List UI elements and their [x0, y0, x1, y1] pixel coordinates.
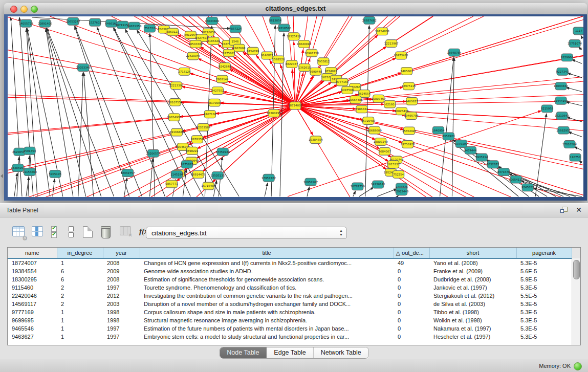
table-cell[interactable]: 1	[57, 308, 103, 316]
table-cell[interactable]: 1	[57, 258, 103, 267]
table-row[interactable]: 969969511998Structural magnetic resonanc…	[8, 316, 572, 324]
table-cell[interactable]: 1	[57, 316, 103, 324]
table-cell[interactable]: 22420046	[8, 292, 57, 300]
graph-node-15692951[interactable]: 15692951	[556, 126, 571, 134]
table-cell[interactable]: 1	[57, 333, 103, 341]
graph-node-9245652[interactable]: 9245652	[521, 184, 534, 191]
graph-node-9242848[interactable]: 9242848	[219, 63, 231, 71]
table-cell[interactable]: 5.3E-5	[516, 283, 572, 292]
column-header-title[interactable]: title	[140, 248, 394, 258]
table-cell[interactable]: Nakamura et al. (1997)	[429, 324, 516, 333]
table-cell[interactable]: Structural magnetic resonance image aver…	[140, 316, 394, 324]
table-cell[interactable]: 5.6E-5	[516, 267, 572, 275]
graph-node-3175685[interactable]: 3175685	[223, 49, 235, 57]
graph-node-1145194[interactable]: 1145194	[170, 171, 183, 179]
delete-icon[interactable]	[101, 226, 115, 239]
graph-node-1527602[interactable]: 1527602	[89, 18, 101, 26]
column-header-year[interactable]: year	[103, 248, 140, 258]
graph-node-9474444[interactable]: 9474444	[464, 146, 477, 154]
network-canvas[interactable]: 1872400718300295193845541405572420891406…	[8, 16, 583, 197]
table-cell[interactable]: 1998	[103, 308, 140, 316]
table-cell[interactable]: Wolkin et al. (1998)	[429, 316, 516, 324]
graph-node-2935114[interactable]: 2935114	[475, 154, 488, 161]
graph-node-17957222[interactable]: 17957222	[262, 174, 276, 182]
table-cell[interactable]: 6	[57, 267, 103, 275]
column-header-pagerank[interactable]: pagerank	[516, 248, 572, 258]
citation-graph[interactable]: 1872400718300295193845541405572420891406…	[8, 16, 583, 197]
graph-node-5905195[interactable]: 5905195	[49, 170, 61, 178]
graph-node-8822037[interactable]: 8822037	[286, 60, 298, 68]
graph-node-19218586[interactable]: 19218586	[277, 24, 291, 32]
table-cell[interactable]: Estimation of the future numbers of pati…	[140, 324, 394, 333]
graph-node-20053346[interactable]: 20053346	[76, 64, 91, 72]
graph-node-9329966[interactable]: 9329966	[561, 54, 574, 61]
table-cell[interactable]: 0	[394, 316, 429, 324]
graph-node-1362615[interactable]: 1362615	[298, 64, 311, 72]
graph-node-9498222[interactable]: 9498222	[186, 147, 198, 155]
graph-node-10654112[interactable]: 10654112	[509, 176, 523, 183]
graph-node-12353584[interactable]: 12353584	[196, 123, 210, 131]
graph-node-3684067[interactable]: 3684067	[378, 147, 390, 155]
graph-node-62160[interactable]: 62160	[384, 100, 396, 108]
graph-node-7857224[interactable]: 7857224	[229, 25, 242, 33]
graph-node-12093832[interactable]: 12093832	[554, 82, 568, 90]
table-cell[interactable]: 1	[57, 324, 103, 333]
graph-node-16648784[interactable]: 16648784	[447, 49, 461, 56]
table-cell[interactable]: 0	[394, 300, 429, 308]
table-row[interactable]: 1872400712008Changes of HCN gene express…	[8, 258, 572, 267]
table-cell[interactable]: 0	[394, 308, 429, 316]
graph-node-10543382[interactable]: 10543382	[188, 40, 203, 48]
graph-node-7485063[interactable]: 7485063	[400, 68, 413, 75]
table-cell[interactable]: Tourette syndrome. Phenomenology and cla…	[140, 283, 394, 292]
graph-node-26887682[interactable]: 26887682	[362, 16, 377, 24]
graph-node-10958107[interactable]: 10958107	[303, 178, 318, 186]
table-cell[interactable]: 9463627	[8, 333, 57, 341]
table-cell[interactable]: 18724007	[8, 258, 57, 267]
table-cell[interactable]: 19384554	[8, 267, 57, 275]
table-cell[interactable]: 0	[394, 292, 429, 300]
table-cell[interactable]: 5.3E-5	[516, 258, 572, 267]
table-cell[interactable]: Franke et al. (2009)	[429, 267, 516, 275]
graph-node-14671358[interactable]: 14671358	[127, 22, 142, 30]
table-cell[interactable]: 2	[57, 283, 103, 292]
graph-node-18724007[interactable]: 18724007	[288, 102, 302, 110]
graph-node-9375887[interactable]: 9375887	[181, 161, 193, 168]
graph-node-18300295[interactable]: 18300295	[267, 110, 281, 117]
graph-node-116753[interactable]: 116753	[570, 154, 581, 161]
window-titlebar[interactable]: citations_edges.txt	[4, 3, 587, 15]
table-cell[interactable]: Hescheler et al. (1997)	[429, 333, 516, 341]
table-row[interactable]: 911546021997Tourette syndrome. Phenomeno…	[8, 283, 572, 292]
table-cell[interactable]: 9699695	[8, 316, 57, 324]
graph-node-14136141[interactable]: 14136141	[371, 181, 385, 188]
graph-node-13505135[interactable]: 13505135	[210, 171, 225, 179]
table-cell[interactable]: 2	[57, 292, 103, 300]
graph-node-19654935[interactable]: 19654935	[167, 114, 181, 121]
column-header-in_degree[interactable]: in_degree	[57, 248, 103, 258]
graph-node-2803144[interactable]: 2803144	[216, 75, 229, 83]
graph-node-12213967[interactable]: 12213967	[384, 40, 399, 48]
select-rows-icon[interactable]	[51, 226, 64, 239]
graph-node-20564486[interactable]: 20564486	[349, 96, 363, 103]
table-cell[interactable]: 5.3E-5	[516, 308, 572, 316]
graph-node-16961758[interactable]: 16961758	[304, 49, 319, 57]
graph-node-751552[interactable]: 751552	[144, 25, 156, 32]
table-row[interactable]: 946362711997Embryonic stem cells: a mode…	[8, 333, 572, 341]
graph-node-16782759[interactable]: 16782759	[351, 183, 365, 190]
graph-node-817008[interactable]: 817008	[209, 99, 220, 106]
table-cell[interactable]: 5.5E-5	[516, 292, 572, 300]
graph-node-19384554[interactable]: 19384554	[309, 136, 323, 144]
graph-node-14055724[interactable]: 14055724	[19, 19, 33, 27]
graph-node-1591354[interactable]: 1591354	[24, 147, 36, 155]
graph-node-12444159[interactable]: 12444159	[554, 97, 568, 104]
graph-node-16914479[interactable]: 16914479	[191, 171, 205, 179]
collapse-panel-arrow-icon[interactable]	[1, 174, 3, 178]
float-panel-icon[interactable]	[560, 207, 568, 213]
table-cell[interactable]: 49	[394, 258, 429, 267]
table-cell[interactable]: 5.9E-5	[516, 275, 572, 283]
graph-node-8860123[interactable]: 8860123	[166, 28, 179, 36]
graph-node-20891406[interactable]: 20891406	[38, 19, 52, 27]
table-cell[interactable]: 1997	[103, 324, 140, 333]
row-height-icon[interactable]	[69, 226, 82, 239]
graph-node-9146821[interactable]: 9146821	[261, 52, 273, 59]
graph-node-16033809[interactable]: 16033809	[205, 17, 219, 25]
